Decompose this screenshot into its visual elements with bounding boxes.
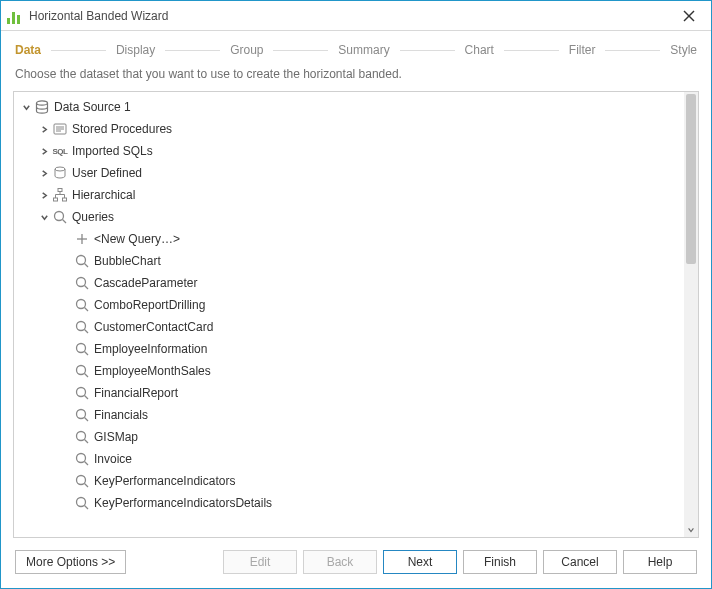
query-item[interactable]: Financials bbox=[16, 404, 684, 426]
query-icon bbox=[74, 451, 90, 467]
chevron-down-icon[interactable] bbox=[38, 211, 50, 223]
svg-line-19 bbox=[85, 330, 89, 334]
close-icon bbox=[683, 10, 695, 22]
query-item[interactable]: EmployeeMonthSales bbox=[16, 360, 684, 382]
query-label: KeyPerformanceIndicators bbox=[94, 474, 235, 488]
svg-line-15 bbox=[85, 286, 89, 290]
svg-point-26 bbox=[77, 410, 86, 419]
chevron-down-icon[interactable] bbox=[20, 101, 32, 113]
scroll-down-arrow[interactable] bbox=[684, 523, 698, 537]
query-item[interactable]: BubbleChart bbox=[16, 250, 684, 272]
query-icon bbox=[74, 473, 90, 489]
folder-imported-sqls[interactable]: SQL Imported SQLs bbox=[16, 140, 684, 162]
chevron-right-icon[interactable] bbox=[38, 167, 50, 179]
folder-label: Stored Procedures bbox=[72, 122, 172, 136]
svg-line-27 bbox=[85, 418, 89, 422]
folder-label: Queries bbox=[72, 210, 114, 224]
query-label: EmployeeInformation bbox=[94, 342, 207, 356]
chevron-right-icon[interactable] bbox=[38, 123, 50, 135]
close-button[interactable] bbox=[675, 2, 703, 30]
query-item[interactable]: CascadeParameter bbox=[16, 272, 684, 294]
query-label: EmployeeMonthSales bbox=[94, 364, 211, 378]
expander-placeholder bbox=[60, 277, 72, 289]
query-item[interactable]: KeyPerformanceIndicatorsDetails bbox=[16, 492, 684, 514]
svg-rect-7 bbox=[63, 198, 67, 201]
tree-body: Data Source 1 Stored Procedures SQL Impo… bbox=[14, 92, 684, 537]
stored-proc-icon bbox=[52, 121, 68, 137]
query-item[interactable]: EmployeeInformation bbox=[16, 338, 684, 360]
query-icon bbox=[74, 429, 90, 445]
svg-point-8 bbox=[55, 212, 64, 221]
svg-point-4 bbox=[55, 167, 65, 171]
help-button[interactable]: Help bbox=[623, 550, 697, 574]
query-item[interactable]: GISMap bbox=[16, 426, 684, 448]
expander-placeholder bbox=[60, 255, 72, 267]
queries-list: <New Query…>BubbleChartCascadeParameterC… bbox=[16, 228, 684, 514]
svg-line-35 bbox=[85, 506, 89, 510]
svg-line-25 bbox=[85, 396, 89, 400]
chevron-right-icon[interactable] bbox=[38, 145, 50, 157]
folder-user-defined[interactable]: User Defined bbox=[16, 162, 684, 184]
chevron-right-icon[interactable] bbox=[38, 189, 50, 201]
svg-rect-6 bbox=[54, 198, 58, 201]
expander-placeholder bbox=[60, 343, 72, 355]
database-icon bbox=[34, 99, 50, 115]
scroll-thumb[interactable] bbox=[686, 94, 696, 264]
folder-label: Imported SQLs bbox=[72, 144, 153, 158]
step-group[interactable]: Group bbox=[230, 43, 263, 57]
back-button: Back bbox=[303, 550, 377, 574]
finish-button[interactable]: Finish bbox=[463, 550, 537, 574]
query-label: CustomerContactCard bbox=[94, 320, 213, 334]
query-icon bbox=[74, 319, 90, 335]
svg-point-24 bbox=[77, 388, 86, 397]
query-icon bbox=[74, 495, 90, 511]
query-item[interactable]: Invoice bbox=[16, 448, 684, 470]
query-label: KeyPerformanceIndicatorsDetails bbox=[94, 496, 272, 510]
window-title: Horizontal Banded Wizard bbox=[29, 9, 675, 23]
expander-placeholder bbox=[60, 453, 72, 465]
wizard-steps: Data Display Group Summary Chart Filter … bbox=[1, 31, 711, 65]
scrollbar[interactable] bbox=[684, 92, 698, 537]
folder-queries[interactable]: Queries bbox=[16, 206, 684, 228]
expander-placeholder bbox=[60, 497, 72, 509]
hierarchy-icon bbox=[52, 187, 68, 203]
edit-button: Edit bbox=[223, 550, 297, 574]
svg-line-31 bbox=[85, 462, 89, 466]
svg-point-22 bbox=[77, 366, 86, 375]
dataset-tree: Data Source 1 Stored Procedures SQL Impo… bbox=[13, 91, 699, 538]
svg-rect-5 bbox=[58, 189, 62, 192]
query-item[interactable]: ComboReportDrilling bbox=[16, 294, 684, 316]
step-data[interactable]: Data bbox=[15, 43, 41, 57]
user-def-icon bbox=[52, 165, 68, 181]
step-style[interactable]: Style bbox=[670, 43, 697, 57]
query-icon bbox=[74, 363, 90, 379]
next-button[interactable]: Next bbox=[383, 550, 457, 574]
cancel-button[interactable]: Cancel bbox=[543, 550, 617, 574]
svg-point-30 bbox=[77, 454, 86, 463]
folder-stored-procedures[interactable]: Stored Procedures bbox=[16, 118, 684, 140]
query-label: GISMap bbox=[94, 430, 138, 444]
step-chart[interactable]: Chart bbox=[465, 43, 494, 57]
query-item[interactable]: <New Query…> bbox=[16, 228, 684, 250]
expander-placeholder bbox=[60, 475, 72, 487]
folder-label: Hierarchical bbox=[72, 188, 135, 202]
query-label: Invoice bbox=[94, 452, 132, 466]
folder-hierarchical[interactable]: Hierarchical bbox=[16, 184, 684, 206]
svg-point-16 bbox=[77, 300, 86, 309]
tree-root[interactable]: Data Source 1 bbox=[16, 96, 684, 118]
folder-label: User Defined bbox=[72, 166, 142, 180]
step-summary[interactable]: Summary bbox=[338, 43, 389, 57]
svg-line-17 bbox=[85, 308, 89, 312]
query-icon bbox=[74, 407, 90, 423]
query-icon bbox=[74, 385, 90, 401]
more-options-button[interactable]: More Options >> bbox=[15, 550, 126, 574]
step-description: Choose the dataset that you want to use … bbox=[1, 65, 711, 91]
app-icon bbox=[7, 8, 23, 24]
query-label: ComboReportDrilling bbox=[94, 298, 205, 312]
query-item[interactable]: CustomerContactCard bbox=[16, 316, 684, 338]
query-item[interactable]: KeyPerformanceIndicators bbox=[16, 470, 684, 492]
step-filter[interactable]: Filter bbox=[569, 43, 596, 57]
query-label: CascadeParameter bbox=[94, 276, 197, 290]
step-display[interactable]: Display bbox=[116, 43, 155, 57]
query-item[interactable]: FinancialReport bbox=[16, 382, 684, 404]
